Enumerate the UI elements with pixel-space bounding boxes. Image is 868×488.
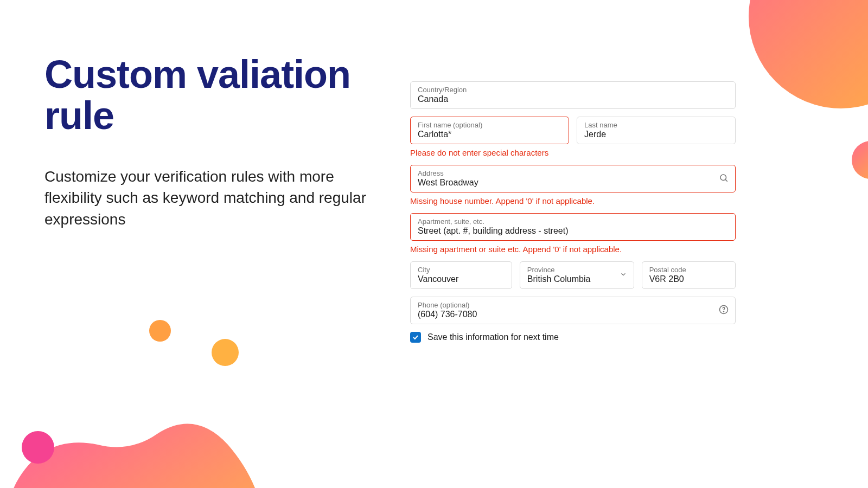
country-label: Country/Region [418, 86, 728, 94]
apartment-value: Street (apt. #, building address - stree… [418, 226, 728, 236]
province-field[interactable]: Province British Columbia [520, 261, 634, 289]
phone-field[interactable]: Phone (optional) (604) 736-7080 [410, 297, 736, 324]
save-info-label: Save this information for next time [427, 332, 559, 342]
city-value: Vancouver [418, 274, 505, 284]
country-field[interactable]: Country/Region Canada [410, 81, 736, 109]
phone-label: Phone (optional) [418, 301, 728, 309]
help-icon[interactable] [719, 305, 729, 317]
svg-line-1 [725, 179, 727, 181]
page-description: Customize your verification rules with m… [44, 166, 381, 230]
last-name-value: Jerde [584, 130, 728, 139]
postal-field[interactable]: Postal code V6R 2B0 [642, 261, 736, 289]
first-name-label: First name (optional) [418, 121, 561, 129]
postal-value: V6R 2B0 [649, 274, 728, 284]
address-value: West Broadway [418, 178, 728, 188]
province-value: British Columbia [527, 274, 614, 284]
postal-label: Postal code [649, 266, 728, 274]
first-name-error: Please do not enter special characters [410, 148, 736, 157]
country-value: Canada [418, 94, 728, 104]
city-label: City [418, 266, 505, 274]
svg-point-0 [720, 175, 726, 181]
province-label: Province [527, 266, 614, 274]
save-info-checkbox[interactable] [410, 332, 421, 343]
apartment-label: Apartment, suite, etc. [418, 217, 728, 226]
address-form: Country/Region Canada First name (option… [410, 81, 736, 343]
decorative-circle-top-right [749, 0, 868, 108]
city-field[interactable]: City Vancouver [410, 261, 512, 289]
last-name-label: Last name [584, 121, 728, 129]
first-name-field[interactable]: First name (optional) Carlotta* [410, 117, 569, 144]
last-name-field[interactable]: Last name Jerde [577, 117, 736, 144]
decorative-pink-circle [22, 431, 54, 464]
address-label: Address [418, 169, 728, 177]
decorative-circle-right-edge [852, 141, 868, 179]
address-error: Missing house number. Append '0' if not … [410, 196, 736, 206]
chevron-down-icon [620, 271, 627, 280]
decorative-small-circle [149, 320, 171, 342]
apartment-error: Missing apartment or suite etc. Append '… [410, 245, 736, 254]
phone-value: (604) 736-7080 [418, 310, 728, 319]
page-heading: Custom valiation rule [44, 54, 381, 136]
apartment-field[interactable]: Apartment, suite, etc. Street (apt. #, b… [410, 213, 736, 241]
decorative-small-circle [212, 339, 239, 366]
svg-point-3 [723, 311, 724, 312]
search-icon[interactable] [719, 173, 729, 185]
first-name-value: Carlotta* [418, 130, 561, 139]
address-field[interactable]: Address West Broadway [410, 165, 736, 192]
